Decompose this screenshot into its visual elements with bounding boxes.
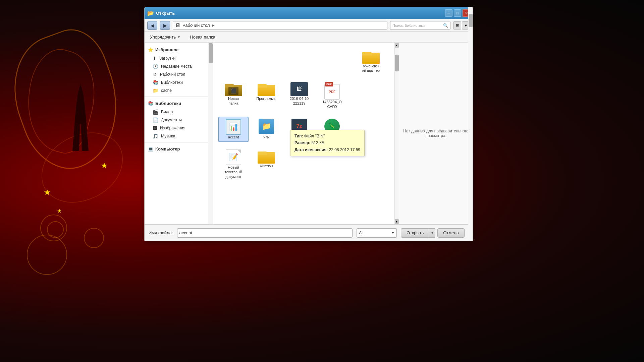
favorites-icon: ⭐ [148, 47, 153, 52]
filename-label: Имя файла: [149, 230, 173, 235]
orion-label: орионовский адаптер [362, 64, 380, 73]
recent-icon: 🕐 [153, 64, 158, 69]
images-icon: 🖼 [153, 125, 157, 131]
file-item-new-folder-dark[interactable]: ⬛ Новаяпапка [218, 80, 249, 111]
sidebar-item-video[interactable]: 🎬 Видео [145, 108, 208, 116]
images-label: Изображения [160, 126, 185, 130]
right-scroll-thumb[interactable] [395, 55, 399, 71]
file-grid: орионовский адаптер [216, 45, 391, 77]
cache-icon: 📁 [153, 88, 158, 93]
preview-panel: Нет данных для предварительного просмотр… [399, 43, 473, 224]
screenshot-label: 2016-04-10222119 [290, 96, 309, 106]
file-tooltip: Тип: Файл "BIN" Размер: 512 КБ Дата изме… [290, 130, 365, 156]
scroll-down-btn[interactable]: ▼ [395, 219, 399, 224]
address-bar[interactable]: 🖥 Рабочий стол ▶ [173, 21, 387, 30]
computer-label: Компьютер [155, 146, 180, 152]
back-button[interactable]: ◀ [147, 21, 157, 30]
title-bar-controls: ─ □ ✕ [445, 9, 470, 17]
right-scrollbar[interactable]: ▲ ▼ [394, 43, 399, 224]
file-item-dkp[interactable]: 📁 dkp [251, 117, 281, 142]
forward-button[interactable]: ▶ [160, 21, 170, 30]
sidebar-item-libraries-fav[interactable]: 📚 Библиотеки [145, 78, 208, 86]
video-label: Видео [161, 110, 173, 114]
sidebar-item-downloads[interactable]: ⬇ Загрузки [145, 54, 208, 62]
computer-header[interactable]: 💻 Компьютер [145, 144, 208, 154]
open-dialog: 📂 Открыть ─ □ ✕ ◀ ▶ 🖥 Рабочий стол ▶ Пои… [144, 7, 473, 241]
maximize-button[interactable]: □ [454, 9, 461, 17]
sidebar-item-images[interactable]: 🖼 Изображения [145, 124, 208, 132]
docs-label: Документы [161, 118, 182, 122]
new-folder-label: Новая папка [190, 35, 215, 40]
file-item-orion-adapter[interactable]: орионовский адаптер [356, 48, 386, 75]
accent-label: accent [228, 135, 239, 139]
address-text: Рабочий стол [182, 23, 210, 28]
main-content: ⭐ Избранное ⬇ Загрузки 🕐 Недавние места … [145, 43, 473, 224]
file-item-screenshot[interactable]: 🖼 2016-04-10222119 [284, 80, 314, 111]
tooltip-type: Тип: Файл "BIN" [294, 133, 360, 139]
music-icon: 🎵 [153, 133, 158, 139]
file-item-pdf[interactable]: PDF PDF 1435294_ОСАГО [317, 80, 347, 111]
star-decoration: ★ [101, 161, 108, 170]
text-doc-inner: 📝 [229, 153, 238, 162]
favorites-header[interactable]: ⭐ Избранное [145, 45, 208, 54]
new-folder-button[interactable]: Новая папка [187, 33, 218, 41]
file-item-programmy[interactable]: Программы [251, 80, 281, 111]
favorites-section: ⭐ Избранное ⬇ Загрузки 🕐 Недавние места … [145, 45, 208, 95]
preview-no-data: Нет данных для предварительного просмотр… [403, 129, 469, 138]
search-box[interactable]: Поиск: Библиотеки 🔍 [390, 21, 450, 30]
photo-icon: 🖼 [290, 82, 308, 96]
scroll-up-btn[interactable]: ▲ [395, 43, 399, 48]
file-item-new-text-doc[interactable]: 📝 Новыйтекстовыйдокумент [218, 147, 249, 181]
pdf-icon: PDF PDF [324, 82, 340, 100]
open-button-arrow[interactable]: ▼ [429, 228, 435, 238]
7z-label: 7z [297, 123, 302, 129]
sidebar-item-music[interactable]: 🎵 Музыка [145, 132, 208, 140]
pdf-label: 1435294_ОСАГО [322, 100, 342, 109]
folder-programmy-icon [258, 82, 275, 96]
minimize-button[interactable]: ─ [445, 9, 452, 17]
navigation-toolbar: ◀ ▶ 🖥 Рабочий стол ▶ Поиск: Библиотеки 🔍… [145, 19, 473, 32]
filename-input[interactable] [177, 228, 353, 238]
libraries-fav-label: Библиотеки [161, 80, 183, 85]
open-button[interactable]: Открыть [401, 228, 429, 238]
chiptun-folder-icon [258, 149, 275, 164]
folder-dark-icon: ⬛ [225, 82, 242, 96]
chiptun-label: Чиптюн [260, 164, 273, 168]
back-icon: ◀ [151, 23, 154, 28]
address-arrow: ▶ [212, 23, 215, 27]
sidebar-item-desktop[interactable]: 🖥 Рабочий стол [145, 70, 208, 78]
title-bar-left: 📂 Открыть [147, 10, 175, 16]
organize-arrow: ▼ [177, 35, 180, 39]
search-icon: 🔍 [443, 23, 448, 28]
computer-icon: 💻 [148, 146, 153, 152]
file-area[interactable]: орионовский адаптер ⬛ Новаяпапка [213, 43, 394, 224]
sidebar-item-cache[interactable]: 📁 cache [145, 86, 208, 95]
bin-icon-inner: 📊 [229, 123, 238, 131]
organize-menu[interactable]: Упорядочить ▼ [147, 33, 183, 41]
video-icon: 🎬 [153, 109, 158, 115]
file-item-chiptun[interactable]: Чиптюн [251, 147, 281, 181]
folder-icon-orion [362, 50, 380, 64]
cache-label: cache [161, 88, 172, 93]
desktop-icon: 🖥 [153, 72, 157, 77]
filetype-dropdown[interactable]: All ▼ [357, 228, 397, 238]
left-scrollbar[interactable] [208, 43, 213, 224]
computer-section: 💻 Компьютер [145, 144, 208, 154]
preview-scrollbar[interactable] [468, 43, 473, 224]
left-scroll-thumb[interactable] [209, 43, 213, 63]
cancel-button[interactable]: Отмена [437, 228, 465, 238]
libraries-label: Библиотеки [155, 101, 181, 106]
dkp-label: dkp [263, 134, 269, 139]
libraries-header[interactable]: 📚 Библиотеки [145, 99, 208, 108]
sidebar-item-docs[interactable]: 📄 Документы [145, 116, 208, 124]
docs-icon: 📄 [153, 117, 158, 123]
downloads-label: Загрузки [159, 56, 175, 61]
address-icon: 🖥 [175, 22, 180, 28]
folder-dark-inner: ⬛ [231, 88, 236, 94]
tooltip-date: Дата изменения: 22.08.2012 17:59 [294, 146, 360, 153]
blue-folder-icon: 📁 [259, 119, 274, 134]
libraries-fav-icon: 📚 [153, 80, 158, 85]
grid-view-button[interactable]: ⊞ [453, 21, 461, 29]
file-item-accent[interactable]: 📊 accent [218, 117, 249, 142]
sidebar-item-recent[interactable]: 🕐 Недавние места [145, 62, 208, 70]
